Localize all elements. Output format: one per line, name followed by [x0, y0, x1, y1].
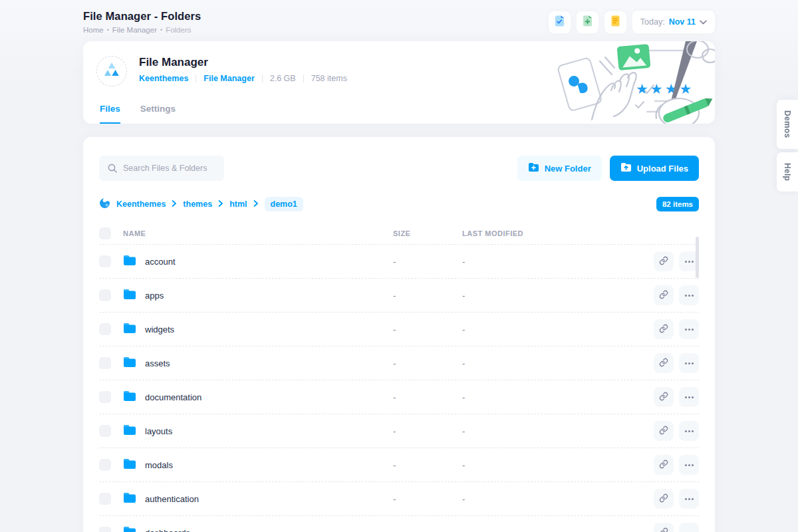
upload-files-button[interactable]: Upload Files — [610, 156, 699, 181]
divider — [196, 74, 196, 82]
column-name: NAME — [123, 229, 146, 237]
link-icon — [659, 527, 668, 532]
folder-modified: - — [462, 494, 654, 504]
folder-name[interactable]: layouts — [145, 426, 172, 436]
folder-name[interactable]: assets — [145, 358, 170, 368]
document-lines-icon — [609, 15, 622, 29]
new-folder-button[interactable]: New Folder — [517, 156, 602, 181]
row-checkbox[interactable] — [99, 493, 111, 505]
copy-link-button[interactable] — [654, 353, 674, 373]
more-actions-button[interactable] — [679, 387, 699, 407]
row-checkbox[interactable] — [99, 357, 111, 369]
app-link[interactable]: File Manager — [203, 74, 254, 83]
folder-icon — [123, 289, 136, 302]
link-icon — [659, 426, 668, 437]
table-header: NAME SIZE LAST MODIFIED — [99, 222, 699, 245]
copy-link-button[interactable] — [654, 319, 674, 339]
folder-name[interactable]: documentation — [145, 392, 201, 402]
folder-size: - — [393, 358, 462, 368]
path-item-html[interactable]: html — [229, 200, 247, 209]
more-actions-button[interactable] — [679, 489, 699, 509]
table-row: account - - — [99, 245, 699, 279]
copy-link-button[interactable] — [654, 523, 674, 532]
link-icon — [659, 290, 668, 301]
vendor-link[interactable]: Keenthemes — [139, 74, 188, 83]
more-actions-button[interactable] — [679, 353, 699, 373]
page-title: File Manager - Folders — [83, 10, 201, 23]
row-checkbox[interactable] — [99, 289, 111, 301]
tasks-button[interactable] — [549, 11, 571, 33]
copy-link-button[interactable] — [654, 455, 674, 475]
ellipsis-icon — [688, 498, 690, 500]
folder-icon — [123, 424, 136, 438]
ellipsis-icon — [688, 430, 690, 432]
copy-link-button[interactable] — [654, 489, 674, 509]
demos-tab[interactable]: Demos — [777, 100, 798, 149]
copy-link-button[interactable] — [654, 387, 674, 407]
search-box — [99, 156, 224, 181]
row-checkbox[interactable] — [99, 459, 111, 471]
table-row: widgets - - — [99, 313, 699, 346]
more-actions-button[interactable] — [679, 523, 699, 532]
link-icon — [659, 256, 668, 267]
folder-size: - — [393, 460, 462, 470]
folder-name[interactable]: widgets — [145, 325, 174, 334]
more-actions-button[interactable] — [679, 285, 699, 305]
folder-size: - — [393, 426, 462, 436]
search-input[interactable] — [99, 156, 224, 181]
table-row: modals - - — [99, 448, 699, 482]
copy-link-button[interactable] — [654, 421, 674, 441]
path-item-keenthemes[interactable]: Keenthemes — [116, 200, 166, 209]
column-size: SIZE — [393, 229, 462, 237]
folder-name[interactable]: apps — [145, 291, 164, 301]
files-table: NAME SIZE LAST MODIFIED account - - — [99, 222, 699, 532]
folder-icon — [123, 356, 136, 370]
divider — [303, 74, 304, 82]
row-checkbox[interactable] — [99, 255, 111, 267]
tab-files[interactable]: Files — [100, 104, 120, 124]
breadcrumb: Home • File Manager • Folders — [83, 26, 201, 34]
row-checkbox[interactable] — [99, 425, 111, 437]
row-checkbox[interactable] — [99, 527, 111, 532]
app-card: File Manager Keenthemes File Manager 2.6… — [83, 41, 715, 124]
copy-link-button[interactable] — [654, 285, 674, 305]
notes-button[interactable] — [604, 11, 626, 33]
copy-link-button[interactable] — [654, 251, 674, 271]
table-row: apps - - — [99, 279, 699, 313]
folder-name[interactable]: dashboards — [145, 528, 190, 532]
folder-name[interactable]: account — [145, 257, 176, 267]
breadcrumb-separator: • — [160, 27, 162, 33]
folder-modified: - — [462, 358, 654, 368]
side-tabs: Demos Help — [777, 100, 798, 192]
help-tab[interactable]: Help — [777, 152, 798, 192]
row-checkbox[interactable] — [99, 323, 111, 335]
items-count: 758 items — [311, 74, 347, 83]
path-item-themes[interactable]: themes — [183, 200, 212, 209]
file-manager-panel: New Folder Upload Files Keenthemes theme… — [83, 137, 715, 532]
select-all-checkbox[interactable] — [99, 227, 111, 239]
path-item-demo1[interactable]: demo1 — [265, 197, 303, 211]
more-actions-button[interactable] — [679, 319, 699, 339]
link-icon — [659, 324, 668, 335]
new-document-button[interactable] — [577, 11, 598, 33]
tab-settings[interactable]: Settings — [140, 104, 176, 124]
breadcrumb-file-manager[interactable]: File Manager — [112, 26, 157, 34]
folder-icon — [123, 526, 136, 532]
page-header: File Manager - Folders Home • File Manag… — [83, 0, 715, 41]
breadcrumb-home[interactable]: Home — [83, 26, 104, 34]
folder-icon — [123, 323, 136, 336]
folder-size: - — [393, 528, 462, 532]
chevron-right-icon — [172, 200, 177, 209]
link-icon — [659, 392, 668, 403]
more-actions-button[interactable] — [679, 421, 699, 441]
keenthemes-logo-icon — [103, 62, 120, 80]
date-picker-button[interactable]: Today: Nov 11 — [632, 11, 715, 33]
more-actions-button[interactable] — [679, 455, 699, 475]
row-checkbox[interactable] — [99, 391, 111, 403]
folder-name[interactable]: modals — [145, 460, 173, 470]
folder-name[interactable]: authentication — [145, 494, 199, 504]
table-scrollbar[interactable] — [696, 237, 699, 278]
search-icon — [107, 163, 118, 176]
folder-plus-icon — [528, 162, 539, 174]
keenthemes-swirl-icon — [99, 198, 110, 211]
